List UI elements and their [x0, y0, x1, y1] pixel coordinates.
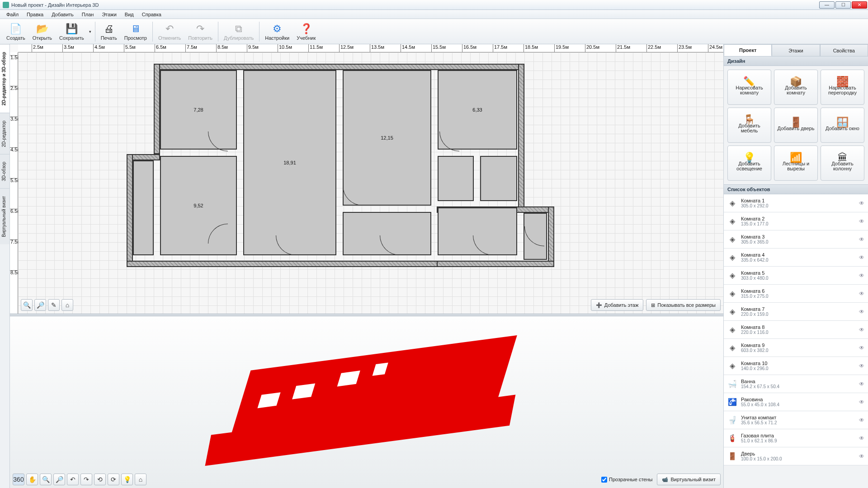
object-icon: ◈: [727, 271, 737, 281]
preview-button[interactable]: 🖥Просмотр: [121, 21, 151, 42]
show-dims-button[interactable]: ⊞Показывать все размеры: [646, 299, 721, 311]
object-icon: ◈: [727, 235, 737, 244]
visibility-icon[interactable]: 👁: [859, 200, 864, 206]
side-tab-virtual[interactable]: Виртуальный визит: [0, 188, 9, 244]
new-button[interactable]: 📄Создать: [3, 21, 29, 42]
visibility-icon[interactable]: 👁: [859, 218, 864, 225]
design-button[interactable]: 🧱Нарисовать перегородку: [821, 70, 864, 105]
light-button[interactable]: 💡: [121, 474, 133, 485]
object-row[interactable]: ◈Комната 6315.0 x 275.0👁: [724, 285, 868, 303]
object-row[interactable]: ◈Комната 5303.0 x 480.0👁: [724, 267, 868, 285]
orbit-left-button[interactable]: ⟲: [94, 474, 106, 485]
visibility-icon[interactable]: 👁: [859, 309, 864, 315]
menu-file[interactable]: Файл: [3, 11, 22, 18]
design-button[interactable]: ✏️Нарисовать комнату: [727, 70, 771, 105]
menubar: Файл Правка Добавить План Этажи Вид Спра…: [0, 10, 868, 19]
menu-view[interactable]: Вид: [121, 11, 137, 18]
object-row[interactable]: ◈Комната 9603.0 x 382.0👁: [724, 339, 868, 357]
undo-button[interactable]: ↶Отменить: [155, 21, 184, 42]
rotate-left-button[interactable]: ↶: [67, 474, 79, 485]
minimize-button[interactable]: —: [819, 1, 835, 9]
menu-plan[interactable]: План: [78, 11, 98, 18]
object-row[interactable]: 🚰Раковина55.0 x 45.0 x 108.4👁: [724, 393, 868, 411]
visibility-icon[interactable]: 👁: [859, 236, 864, 243]
side-tab-3d[interactable]: 3D-обзор: [0, 154, 9, 188]
visibility-icon[interactable]: 👁: [859, 345, 864, 351]
menu-add[interactable]: Добавить: [48, 11, 77, 18]
settings-button[interactable]: ⚙Настройки: [261, 21, 293, 42]
visibility-icon[interactable]: 👁: [859, 363, 864, 369]
visibility-icon[interactable]: 👁: [859, 381, 864, 387]
orbit-right-button[interactable]: ⟳: [108, 474, 119, 485]
object-row[interactable]: 🚽Унитаз компакт35.6 x 56.5 x 71.2👁: [724, 411, 868, 429]
window-title: Новый проект - Дизайн Интерьера 3D: [11, 2, 99, 8]
view360-button[interactable]: 360: [13, 474, 24, 485]
zoom-in-3d-button[interactable]: 🔎: [53, 474, 65, 485]
menu-edit[interactable]: Правка: [23, 11, 47, 18]
view-3d-canvas[interactable]: 360 ✋ 🔍 🔎 ↶ ↷ ⟲ ⟳ 💡 ⌂ Прозрачные стены 📹…: [10, 316, 723, 488]
duplicate-button[interactable]: ⧉Дублировать: [220, 21, 257, 42]
visibility-icon[interactable]: 👁: [859, 435, 864, 441]
object-row[interactable]: ◈Комната 10140.0 x 296.0👁: [724, 357, 868, 375]
design-grid: ✏️Нарисовать комнату📦Добавить комнату🧱На…: [724, 66, 868, 184]
object-row[interactable]: 🚪Дверь100.0 x 15.0 x 200.0👁: [724, 447, 868, 465]
design-button[interactable]: 💡Добавить освещение: [727, 145, 771, 181]
tab-project[interactable]: Проект: [724, 44, 772, 56]
menu-help[interactable]: Справка: [138, 11, 165, 18]
home-3d-button[interactable]: ⌂: [135, 474, 146, 485]
object-row[interactable]: ◈Комната 4335.0 x 642.0👁: [724, 249, 868, 267]
home-button[interactable]: ⌂: [61, 299, 73, 311]
zoom-out-3d-button[interactable]: 🔍: [40, 474, 52, 485]
print-button[interactable]: 🖨Печать: [97, 21, 121, 42]
object-row[interactable]: ◈Комната 7220.0 x 159.0👁: [724, 303, 868, 321]
room-small-1[interactable]: [438, 156, 474, 201]
manual-button[interactable]: ❓Учебник: [293, 21, 319, 42]
zoom-in-button[interactable]: 🔎: [34, 299, 46, 311]
visibility-icon[interactable]: 👁: [859, 272, 864, 279]
save-dropdown[interactable]: ▾: [88, 29, 93, 34]
draw-button[interactable]: ✎: [48, 299, 60, 311]
add-floor-button[interactable]: ➕Добавить этаж: [591, 299, 643, 311]
plus-icon: ➕: [596, 302, 602, 308]
room-2[interactable]: 18,91: [243, 70, 336, 255]
object-row[interactable]: ◈Комната 2135.0 x 177.0👁: [724, 212, 868, 230]
plan-2d-canvas[interactable]: 7,28 18,91 12,15 6,33 9,52: [18, 52, 723, 314]
visibility-icon[interactable]: 👁: [859, 399, 864, 405]
side-tab-2d[interactable]: 2D-редактор: [0, 113, 9, 155]
object-row[interactable]: 🧯Газовая плита51.0 x 62.1 x 86.9👁: [724, 429, 868, 447]
visibility-icon[interactable]: 👁: [859, 254, 864, 261]
side-tab-combo[interactable]: 2D-редактор и 3D-обзор: [0, 44, 9, 113]
close-button[interactable]: ✕: [852, 1, 867, 9]
pan-button[interactable]: ✋: [26, 474, 38, 485]
room-3[interactable]: 12,15: [343, 70, 431, 206]
visibility-icon[interactable]: 👁: [859, 291, 864, 297]
visibility-icon[interactable]: 👁: [859, 327, 864, 333]
object-icon: 🚪: [727, 451, 737, 461]
open-button[interactable]: 📂Открыть: [29, 21, 56, 42]
design-button[interactable]: 🚪Добавить дверь: [774, 108, 818, 143]
object-row[interactable]: ◈Комната 1305.0 x 292.0👁: [724, 194, 868, 212]
object-row[interactable]: ◈Комната 8220.0 x 116.0👁: [724, 321, 868, 339]
tab-floors[interactable]: Этажи: [772, 44, 820, 56]
menu-floors[interactable]: Этажи: [98, 11, 120, 18]
object-row[interactable]: 🛁Ванна154.2 x 67.5 x 50.4👁: [724, 375, 868, 393]
design-button[interactable]: 🪑Добавить мебель: [727, 108, 771, 143]
object-list[interactable]: ◈Комната 1305.0 x 292.0👁◈Комната 2135.0 …: [724, 194, 868, 488]
room-small-2[interactable]: [480, 156, 517, 201]
tab-properties[interactable]: Свойства: [820, 44, 868, 56]
design-button[interactable]: 📶Лестницы и вырезы: [774, 145, 818, 181]
object-row[interactable]: ◈Комната 3305.0 x 365.0👁: [724, 230, 868, 249]
design-button[interactable]: 📦Добавить комнату: [774, 70, 818, 105]
visibility-icon[interactable]: 👁: [859, 417, 864, 423]
save-button[interactable]: 💾Сохранить: [56, 21, 88, 42]
rotate-right-button[interactable]: ↷: [80, 474, 92, 485]
design-button[interactable]: 🪟Добавить окно: [821, 108, 864, 143]
design-button[interactable]: 🏛Добавить колонну: [821, 145, 864, 181]
visibility-icon[interactable]: 👁: [859, 453, 864, 460]
virtual-visit-button[interactable]: 📹Виртуальный визит: [657, 474, 721, 485]
zoom-out-button[interactable]: 🔍: [21, 299, 33, 311]
redo-button[interactable]: ↷Повторить: [184, 21, 216, 42]
room-balcony-left[interactable]: [133, 160, 154, 255]
maximize-button[interactable]: ☐: [835, 1, 851, 9]
transparent-walls-checkbox[interactable]: Прозрачные стены: [601, 477, 652, 483]
